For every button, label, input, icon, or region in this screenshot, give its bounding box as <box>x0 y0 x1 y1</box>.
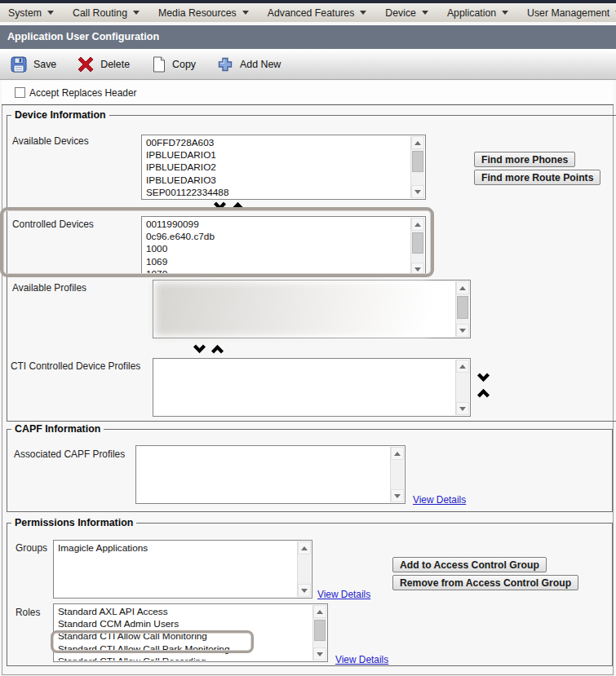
accept-replaces-header-section: Accept Replaces Header <box>2 81 614 105</box>
save-button[interactable]: Save <box>11 56 56 73</box>
chevron-down-icon <box>242 11 249 15</box>
scroll-up-icon[interactable] <box>411 136 424 149</box>
scroll-up-icon[interactable] <box>298 541 311 554</box>
groups-view-details-link[interactable]: View Details <box>317 589 370 600</box>
add-new-button[interactable]: Add New <box>217 56 281 73</box>
delete-label: Delete <box>100 59 130 70</box>
scroll-up-icon[interactable] <box>391 447 404 460</box>
cti-controlled-device-profiles-label: CTI Controlled Device Profiles <box>11 360 140 372</box>
list-item[interactable]: 00FFD728A603 <box>146 137 410 149</box>
menu-label: Application <box>447 7 496 19</box>
list-item[interactable]: IPBLUEDARIO3 <box>146 175 410 187</box>
application-user-configuration-page: System Call Routing Media Resources Adva… <box>0 0 616 676</box>
available-devices-items: 00FFD728A603 IPBLUEDARIO1 IPBLUEDARIO2 I… <box>143 136 410 198</box>
list-item[interactable]: IPBLUEDARIO2 <box>146 161 410 174</box>
add-icon <box>217 56 233 73</box>
scrollbar[interactable] <box>455 360 469 415</box>
find-more-phones-button[interactable]: Find more Phones <box>474 152 575 167</box>
highlight-annotation-role <box>51 630 254 653</box>
menu-label: Media Resources <box>158 7 237 19</box>
scroll-down-icon[interactable] <box>298 584 311 597</box>
move-down-icon[interactable] <box>193 344 206 354</box>
scroll-down-icon[interactable] <box>391 489 404 502</box>
cti-controlled-device-profiles-listbox[interactable] <box>153 358 471 417</box>
scrollbar-thumb[interactable] <box>412 151 423 172</box>
scroll-down-icon[interactable] <box>313 647 326 661</box>
chevron-down-icon <box>422 11 428 15</box>
copy-icon <box>151 56 166 73</box>
scrollbar[interactable] <box>410 136 424 198</box>
menu-label: Device <box>385 7 416 19</box>
scrollbar[interactable] <box>455 281 469 337</box>
available-profiles-listbox[interactable] <box>153 280 471 338</box>
available-devices-listbox[interactable]: 00FFD728A603 IPBLUEDARIO1 IPBLUEDARIO2 I… <box>141 135 426 200</box>
scrollbar-thumb[interactable] <box>314 620 326 641</box>
scroll-up-icon[interactable] <box>456 360 469 373</box>
copy-button[interactable]: Copy <box>151 56 196 73</box>
menu-system[interactable]: System <box>8 7 54 19</box>
roles-label: Roles <box>16 607 40 618</box>
cti-profile-move-arrows <box>476 373 490 398</box>
redacted-content <box>155 282 428 336</box>
scroll-up-icon[interactable] <box>456 281 469 294</box>
available-profiles-label: Available Profiles <box>12 282 86 294</box>
save-icon <box>11 56 27 73</box>
permissions-information-legend: Permissions Information <box>11 517 136 528</box>
chevron-down-icon <box>47 11 54 15</box>
action-toolbar: Save Delete Copy Add New <box>0 49 616 80</box>
chevron-down-icon <box>360 11 366 15</box>
delete-button[interactable]: Delete <box>78 56 130 73</box>
accept-replaces-header-label: Accept Replaces Header <box>29 87 137 99</box>
menu-label: Advanced Features <box>268 7 355 19</box>
copy-label: Copy <box>172 59 196 70</box>
content-area: Accept Replaces Header Device Informatio… <box>0 81 616 676</box>
accept-replaces-header-checkbox[interactable] <box>15 87 25 98</box>
capf-information-legend: CAPF Information <box>11 423 104 435</box>
remove-from-access-control-group-button[interactable]: Remove from Access Control Group <box>392 575 578 590</box>
menu-media-resources[interactable]: Media Resources <box>158 7 249 19</box>
save-label: Save <box>33 59 56 70</box>
scrollbar[interactable] <box>390 447 404 502</box>
associated-capf-profiles-listbox[interactable] <box>135 445 405 504</box>
capf-information-fieldset: CAPF Information Associated CAPF Profile… <box>7 429 613 512</box>
add-new-label: Add New <box>240 59 281 70</box>
list-item[interactable]: Standard AXL API Access <box>58 606 312 618</box>
delete-icon <box>78 56 94 73</box>
available-devices-label: Available Devices <box>12 135 89 147</box>
menu-label: Call Routing <box>73 7 127 19</box>
chevron-down-icon <box>133 11 140 15</box>
menu-call-routing[interactable]: Call Routing <box>73 7 140 19</box>
page-title: Application User Configuration <box>0 25 616 49</box>
move-up-icon[interactable] <box>211 344 224 354</box>
scroll-down-icon[interactable] <box>411 185 424 198</box>
list-item[interactable]: Standard CTI Allow Call Recording <box>58 656 312 661</box>
list-item[interactable]: SEP001122334488 <box>146 187 410 198</box>
main-menu-bar: System Call Routing Media Resources Adva… <box>0 3 616 24</box>
scroll-down-icon[interactable] <box>456 402 469 415</box>
menu-label: System <box>8 7 42 19</box>
move-up-icon[interactable] <box>476 388 490 398</box>
scrollbar[interactable] <box>312 605 326 661</box>
scrollbar-thumb[interactable] <box>457 296 468 319</box>
groups-listbox[interactable]: Imagicle Applications <box>53 540 312 599</box>
scroll-down-icon[interactable] <box>456 324 469 337</box>
groups-label: Groups <box>16 542 47 554</box>
menu-application[interactable]: Application <box>447 7 508 19</box>
menu-device[interactable]: Device <box>385 7 428 19</box>
scrollbar[interactable] <box>297 541 311 597</box>
highlight-annotation-controlled-devices <box>0 207 434 277</box>
associated-capf-profiles-label: Associated CAPF Profiles <box>14 448 125 460</box>
move-down-icon[interactable] <box>476 373 490 382</box>
chevron-down-icon <box>502 11 508 15</box>
list-item[interactable]: IPBLUEDARIO1 <box>146 149 410 161</box>
list-item[interactable]: Standard CCM Admin Users <box>58 618 312 630</box>
find-more-route-points-button[interactable]: Find more Route Points <box>474 170 600 185</box>
roles-view-details-link[interactable]: View Details <box>335 654 388 665</box>
scroll-up-icon[interactable] <box>313 605 326 618</box>
capf-view-details-link[interactable]: View Details <box>413 494 466 506</box>
menu-user-management[interactable]: User Management <box>527 7 616 19</box>
device-information-legend: Device Information <box>11 109 109 121</box>
add-to-access-control-group-button[interactable]: Add to Access Control Group <box>392 557 547 572</box>
menu-advanced-features[interactable]: Advanced Features <box>268 7 367 19</box>
list-item[interactable]: Imagicle Applications <box>58 542 296 554</box>
